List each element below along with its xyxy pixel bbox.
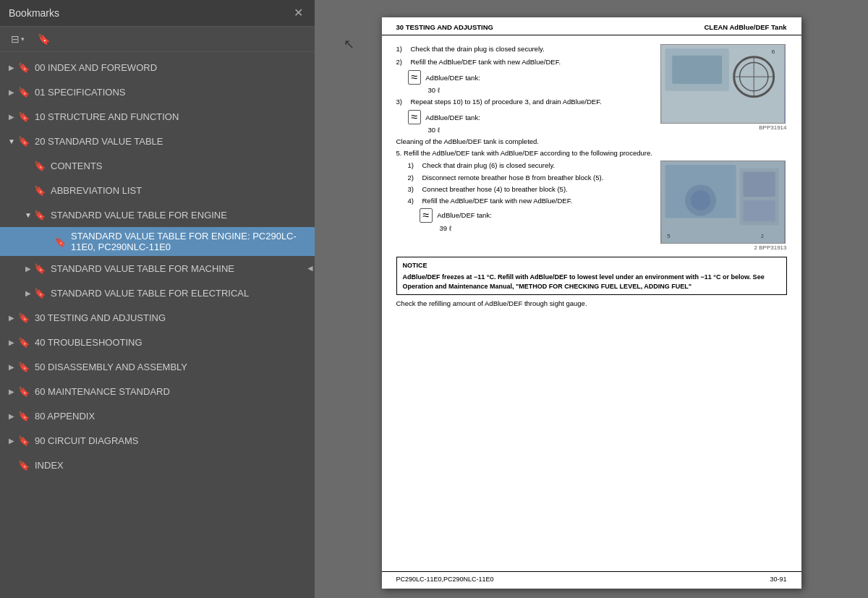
- image-1: 6: [660, 44, 786, 124]
- sub-step-2-text: Disconnect remote breather hose B from b…: [422, 173, 652, 182]
- sidebar-item-label-50: 50 DISASSEMBLY AND ASSEMBLY: [35, 362, 309, 372]
- step-5-intro: 5. Refill the AdBlue/DEF tank with AdBlu…: [396, 149, 787, 157]
- page-header-left: 30 TESTING AND ADJUSTING: [396, 23, 493, 31]
- bookmark-icon-index: 🔖: [17, 460, 30, 471]
- expand-arrow-40: ▶: [6, 338, 17, 346]
- sidebar-item-60[interactable]: ▶ 🔖 60 MAINTENANCE STANDARD: [0, 379, 315, 403]
- sub-step-3-num: 3): [408, 184, 422, 194]
- expand-arrow-80: ▶: [6, 412, 17, 420]
- sidebar-item-label-01: 01 SPECIFICATIONS: [35, 87, 309, 98]
- bookmark-icon-80: 🔖: [17, 411, 30, 422]
- sidebar-item-label-svtel: STANDARD VALUE TABLE FOR ELECTRICAL: [51, 288, 309, 299]
- svg-text:5: 5: [667, 234, 671, 240]
- page-footer-right: 30-91: [770, 576, 786, 583]
- sub-step-2-num: 2): [408, 173, 422, 182]
- image-1-caption: BPP31914: [660, 124, 787, 131]
- sidebar-item-svtel[interactable]: ▶ 🔖 STANDARD VALUE TABLE FOR ELECTRICAL: [0, 281, 315, 305]
- expand-arrow-svtel: ▶: [23, 289, 33, 297]
- bookmark-icon-svtm: 🔖: [33, 263, 46, 274]
- sub-step-1-text: Check that drain plug (6) is closed secu…: [422, 161, 652, 170]
- sub-step-4-text: Refill the AdBlue/DEF tank with new AdBl…: [422, 196, 652, 205]
- image-block-1: 6 BPP31914: [660, 44, 787, 131]
- bookmarks-header: Bookmarks ✕: [0, 0, 315, 27]
- tank-label-3: AdBlue/DEF tank:: [437, 211, 492, 219]
- page-footer-left: PC290LC-11E0,PC290NLC-11E0: [396, 576, 494, 583]
- sub-step-4: 4) Refill the AdBlue/DEF tank with new A…: [408, 196, 652, 205]
- sidebar-item-contents[interactable]: 🔖 CONTENTS: [0, 153, 315, 178]
- expand-arrow-50: ▶: [6, 363, 17, 371]
- sub-step-4-num: 4): [408, 196, 422, 205]
- tank-label-2: AdBlue/DEF tank:: [425, 114, 480, 121]
- step-2: 2) Refill the AdBlue/DEF tank with new A…: [396, 57, 652, 67]
- sub-step-1: 1) Check that drain plug (6) is closed s…: [408, 161, 652, 170]
- step-1-num: 1): [396, 44, 411, 54]
- tank-icon-1: ≈: [408, 70, 422, 85]
- sidebar-item-10[interactable]: ▶ 🔖 10 STRUCTURE AND FUNCTION: [0, 104, 315, 129]
- bookmark-icon-30: 🔖: [17, 312, 30, 323]
- image-2-caption: 2 BPP31913: [660, 244, 787, 251]
- sidebar-item-label-svtm: STANDARD VALUE TABLE FOR MACHINE: [51, 263, 309, 274]
- sidebar-item-label-svte: STANDARD VALUE TABLE FOR ENGINE: [51, 210, 309, 221]
- image-block-2: 5 2 2 BPP31913: [660, 161, 787, 251]
- bookmark-icon-button[interactable]: 🔖: [34, 31, 54, 47]
- bookmark-icon-abbrev: 🔖: [33, 185, 46, 196]
- sidebar-item-40[interactable]: ▶ 🔖 40 TROUBLESHOOTING: [0, 330, 315, 354]
- sidebar-item-01[interactable]: ▶ 🔖 01 SPECIFICATIONS: [0, 80, 315, 104]
- bookmark-icon-00: 🔖: [17, 62, 30, 73]
- step-3-num: 3): [396, 97, 411, 106]
- bookmark-icon: 🔖: [38, 33, 50, 45]
- expand-arrow-svte: ▼: [23, 211, 33, 219]
- sidebar-item-svte-sub[interactable]: 🔖 STANDARD VALUE TABLE FOR ENGINE: PC290…: [0, 227, 315, 256]
- expand-arrow-30: ▶: [6, 314, 17, 322]
- sidebar-item-label-60: 60 MAINTENANCE STANDARD: [35, 386, 309, 397]
- step-3: 3) Repeat steps 10) to 15) of procedure …: [396, 97, 652, 106]
- sidebar-item-svtm[interactable]: ▶ 🔖 STANDARD VALUE TABLE FOR MACHINE ◄: [0, 256, 315, 281]
- sidebar-item-label-20: 20 STANDARD VALUE TABLE: [35, 136, 309, 147]
- check-refill-text: Check the refilling amount of AdBlue/DEF…: [396, 299, 787, 307]
- bookmarks-panel: Bookmarks ✕ ⊟ ▾ 🔖 ▶ 🔖 00 INDEX AND FOREW…: [0, 0, 315, 598]
- cleaning-done-text: Cleaning of the AdBlue/DEF tank is compl…: [396, 137, 787, 145]
- sidebar-item-50[interactable]: ▶ 🔖 50 DISASSEMBLY AND ASSEMBLY: [0, 354, 315, 379]
- sidebar-item-90[interactable]: ▶ 🔖 90 CIRCUIT DIAGRAMS: [0, 428, 315, 453]
- bookmark-icon-20: 🔖: [17, 136, 30, 147]
- sidebar-item-label-10: 10 STRUCTURE AND FUNCTION: [35, 111, 309, 122]
- sub-step-2: 2) Disconnect remote breather hose B fro…: [408, 173, 652, 182]
- bookmark-icon-50: 🔖: [17, 362, 30, 372]
- sidebar-item-svte[interactable]: ▼ 🔖 STANDARD VALUE TABLE FOR ENGINE: [0, 202, 315, 227]
- step-1: 1) Check that the drain plug is closed s…: [396, 44, 652, 54]
- sidebar-item-00[interactable]: ▶ 🔖 00 INDEX AND FOREWORD: [0, 55, 315, 80]
- document-panel: ↖ 30 TESTING AND ADJUSTING CLEAN AdBlue/…: [315, 0, 868, 598]
- sidebar-item-label-svte-sub: STANDARD VALUE TABLE FOR ENGINE: PC290LC…: [71, 231, 309, 252]
- step-1-text: Check that the drain plug is closed secu…: [411, 44, 652, 54]
- bookmarks-title: Bookmarks: [9, 7, 59, 19]
- notice-title: NOTICE: [403, 261, 780, 270]
- sidebar-item-index[interactable]: 🔖 INDEX: [0, 453, 315, 477]
- cursor-icon: ↖: [344, 36, 354, 52]
- step-2-text: Refill the AdBlue/DEF tank with new AdBl…: [411, 57, 652, 67]
- page-content: 6 BPP31914 1) Check that the drain plug …: [382, 35, 801, 571]
- sub-step-1-num: 1): [408, 161, 422, 170]
- bookmarks-toolbar: ⊟ ▾ 🔖: [0, 27, 315, 52]
- sidebar-item-30[interactable]: ▶ 🔖 30 TESTING AND ADJUSTING: [0, 305, 315, 330]
- expand-arrow-90: ▶: [6, 437, 17, 445]
- svg-rect-14: [743, 200, 775, 221]
- close-button[interactable]: ✕: [291, 6, 306, 20]
- sidebar-item-80[interactable]: ▶ 🔖 80 APPENDIX: [0, 403, 315, 428]
- bookmark-icon-60: 🔖: [17, 386, 30, 397]
- sub-step-3: 3) Connect breather hose (4) to breather…: [408, 184, 652, 194]
- expand-arrow-60: ▶: [6, 388, 17, 396]
- svg-point-11: [690, 191, 710, 211]
- sidebar-item-label-00: 00 INDEX AND FOREWORD: [35, 62, 309, 73]
- view-options-button[interactable]: ⊟ ▾: [7, 31, 28, 47]
- tank-icon-3: ≈: [420, 208, 433, 223]
- sub-step-3-text: Connect breather hose (4) to breather bl…: [422, 184, 652, 194]
- notice-text: AdBlue/DEF freezes at −11 °C. Refill wit…: [403, 273, 780, 291]
- sidebar-item-20[interactable]: ▼ 🔖 20 STANDARD VALUE TABLE: [0, 129, 315, 153]
- sidebar-item-abbrev[interactable]: 🔖 ABBREVIATION LIST: [0, 178, 315, 202]
- page-header: 30 TESTING AND ADJUSTING CLEAN AdBlue/DE…: [382, 17, 801, 35]
- sidebar-item-label-80: 80 APPENDIX: [35, 411, 309, 422]
- sidebar-item-label-90: 90 CIRCUIT DIAGRAMS: [35, 435, 309, 446]
- sidebar-item-label-40: 40 TROUBLESHOOTING: [35, 337, 309, 348]
- sidebar-item-label-index: INDEX: [35, 460, 309, 471]
- bookmark-icon-90: 🔖: [17, 435, 30, 446]
